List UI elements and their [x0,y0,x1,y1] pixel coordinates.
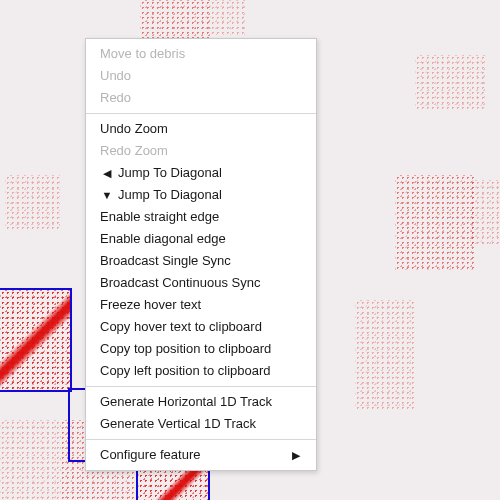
menu-item-move-to-debris: Move to debris [86,43,316,65]
menu-item-copy-hover-text[interactable]: Copy hover text to clipboard [86,316,316,338]
context-menu: Move to debris Undo Redo Undo Zoom Redo … [85,38,317,471]
heatmap-region [355,300,415,410]
menu-item-copy-top-position[interactable]: Copy top position to clipboard [86,338,316,360]
menu-item-redo: Redo [86,87,316,109]
submenu-arrow-icon: ▶ [292,446,302,464]
menu-item-jump-diagonal-left[interactable]: ◀Jump To Diagonal [86,162,316,184]
menu-item-label: Jump To Diagonal [118,187,222,202]
menu-separator [86,113,316,114]
menu-separator [86,386,316,387]
menu-item-undo-zoom[interactable]: Undo Zoom [86,118,316,140]
menu-item-redo-zoom: Redo Zoom [86,140,316,162]
heatmap-region [5,175,60,230]
menu-item-freeze-hover-text[interactable]: Freeze hover text [86,294,316,316]
genome-heatmap-canvas[interactable]: Move to debris Undo Redo Undo Zoom Redo … [0,0,500,500]
heatmap-region [0,420,60,500]
menu-item-copy-left-position[interactable]: Copy left position to clipboard [86,360,316,382]
menu-item-broadcast-single-sync[interactable]: Broadcast Single Sync [86,250,316,272]
menu-item-label: Configure feature [100,446,200,464]
heatmap-region [415,55,485,110]
menu-item-enable-straight-edge[interactable]: Enable straight edge [86,206,316,228]
menu-item-jump-diagonal-down[interactable]: ▼Jump To Diagonal [86,184,316,206]
menu-item-configure-feature[interactable]: Configure feature ▶ [86,444,316,466]
menu-item-generate-vertical-track[interactable]: Generate Vertical 1D Track [86,413,316,435]
menu-item-label: Jump To Diagonal [118,165,222,180]
heatmap-region [210,0,245,35]
down-triangle-icon: ▼ [100,186,114,204]
menu-item-broadcast-continuous-sync[interactable]: Broadcast Continuous Sync [86,272,316,294]
menu-separator [86,439,316,440]
heatmap-region [395,175,475,270]
heatmap-region [470,180,500,245]
menu-item-enable-diagonal-edge[interactable]: Enable diagonal edge [86,228,316,250]
menu-item-generate-horizontal-track[interactable]: Generate Horizontal 1D Track [86,391,316,413]
selection-box[interactable] [0,288,72,392]
menu-item-undo: Undo [86,65,316,87]
left-triangle-icon: ◀ [100,164,114,182]
